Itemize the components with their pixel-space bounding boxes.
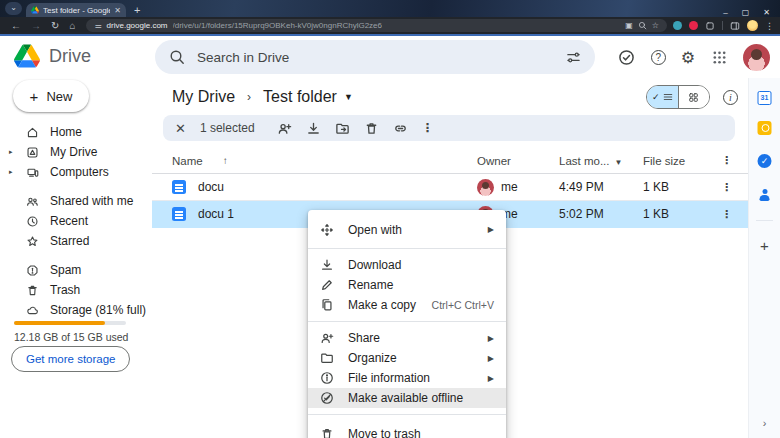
- grid-view-button[interactable]: [679, 86, 710, 108]
- submenu-arrow-icon: ▶: [488, 374, 494, 383]
- column-header-modified[interactable]: Last mo...▼: [559, 155, 643, 167]
- offline-status-icon[interactable]: [618, 48, 636, 66]
- menu-shortcut: Ctrl+C Ctrl+V: [432, 299, 494, 311]
- forward-icon[interactable]: →: [31, 20, 41, 31]
- address-bar[interactable]: ⚌ drive.google.com/drive/u/1/folders/15R…: [86, 19, 667, 32]
- contacts-button[interactable]: [757, 187, 772, 202]
- sidebar-item-computers[interactable]: ▸ Computers: [0, 162, 152, 182]
- extension-icon-2[interactable]: [689, 21, 698, 30]
- tab-search-button[interactable]: ⌄: [5, 2, 22, 15]
- zoom-icon[interactable]: [638, 21, 647, 30]
- tasks-button[interactable]: ✓: [757, 153, 772, 168]
- browser-menu-icon[interactable]: ⋮: [765, 21, 774, 31]
- storage-progress-bar: [14, 321, 126, 325]
- sidebar-item-trash[interactable]: Trash: [0, 280, 152, 300]
- sidebar-item-recent[interactable]: Recent: [0, 211, 152, 231]
- menu-item-label: Organize: [348, 351, 474, 365]
- get-addons-button[interactable]: +: [757, 238, 772, 253]
- reload-icon[interactable]: ↻: [51, 20, 59, 31]
- menu-item-organize[interactable]: Organize ▶: [308, 348, 506, 368]
- expand-arrow-icon[interactable]: ▸: [9, 148, 13, 156]
- sidebar-item-storage[interactable]: Storage (81% full): [0, 300, 152, 320]
- new-button[interactable]: + New: [13, 80, 89, 112]
- menu-item-make-available-offline[interactable]: Make available offline: [308, 388, 506, 408]
- view-toggle[interactable]: ✓: [646, 85, 710, 109]
- column-settings-icon[interactable]: ⋮: [721, 154, 748, 167]
- selection-count: 1 selected: [200, 121, 255, 135]
- storage-usage-text: 12.18 GB of 15 GB used: [14, 331, 128, 343]
- menu-item-download[interactable]: Download: [308, 255, 506, 275]
- storage-progress-fill: [14, 321, 105, 325]
- menu-divider: [308, 248, 506, 249]
- menu-item-open-with[interactable]: Open with ▶: [308, 217, 506, 242]
- new-tab-button[interactable]: +: [134, 4, 140, 16]
- get-more-storage-button[interactable]: Get more storage: [11, 346, 130, 372]
- sidebar-item-home[interactable]: Home: [0, 122, 152, 142]
- share-icon[interactable]: [277, 121, 292, 136]
- browser-profile-avatar[interactable]: [747, 20, 758, 31]
- file-row[interactable]: docu me 4:49 PM 1 KB ⋮: [152, 174, 748, 201]
- hide-panel-icon[interactable]: ›: [757, 415, 772, 430]
- details-info-icon[interactable]: i: [723, 90, 738, 105]
- reader-mode-icon[interactable]: ▣: [625, 21, 633, 30]
- plus-icon: +: [30, 88, 39, 105]
- sidebar-item-label: Home: [50, 125, 82, 139]
- menu-item-file-information[interactable]: File information ▶: [308, 368, 506, 388]
- google-side-panel: 31 ✓ + ›: [748, 78, 780, 438]
- sidebar-item-spam[interactable]: Spam: [0, 260, 152, 280]
- menu-item-rename[interactable]: Rename: [308, 275, 506, 295]
- menu-item-label: Make available offline: [348, 391, 494, 405]
- list-view-button[interactable]: ✓: [647, 86, 679, 108]
- help-icon[interactable]: ?: [651, 50, 666, 65]
- sidebar-item-label: Shared with me: [50, 194, 133, 208]
- download-icon[interactable]: [306, 121, 321, 136]
- breadcrumb-current[interactable]: Test folder: [263, 88, 337, 106]
- column-header-name[interactable]: Name: [172, 155, 203, 167]
- more-actions-icon[interactable]: ⋮: [422, 121, 434, 135]
- home-icon[interactable]: ⌂: [69, 20, 75, 31]
- row-more-icon[interactable]: ⋮: [721, 208, 748, 221]
- menu-item-label: Make a copy: [348, 298, 418, 312]
- file-size: 1 KB: [643, 180, 713, 194]
- settings-gear-icon[interactable]: ⚙: [681, 48, 695, 67]
- minimize-button[interactable]: –: [723, 8, 727, 17]
- close-button[interactable]: ✕: [763, 8, 770, 17]
- breadcrumb-parent[interactable]: My Drive: [172, 88, 235, 106]
- calendar-button[interactable]: 31: [757, 90, 772, 105]
- search-bar[interactable]: Search in Drive: [155, 40, 595, 74]
- sidebar-item-starred[interactable]: Starred: [0, 231, 152, 251]
- menu-item-share[interactable]: Share ▶: [308, 328, 506, 348]
- account-avatar[interactable]: [743, 44, 770, 71]
- sidebar-item-my-drive[interactable]: ▸ My Drive: [0, 142, 152, 162]
- tab-close-icon[interactable]: ✕: [114, 6, 121, 15]
- move-to-folder-icon[interactable]: [335, 121, 350, 136]
- keep-button[interactable]: [757, 120, 772, 135]
- sidebar-item-shared-with-me[interactable]: Shared with me: [0, 191, 152, 211]
- side-panel-icon[interactable]: [730, 21, 740, 31]
- drive-logo[interactable]: Drive: [14, 44, 91, 68]
- google-apps-grid-icon[interactable]: [710, 48, 728, 66]
- trash-icon[interactable]: [364, 121, 379, 136]
- menu-divider: [308, 321, 506, 322]
- search-options-icon[interactable]: [566, 50, 581, 65]
- sidebar-item-label: Spam: [50, 263, 81, 277]
- clear-selection-icon[interactable]: ✕: [175, 121, 186, 136]
- row-more-icon[interactable]: ⋮: [721, 181, 748, 194]
- back-icon[interactable]: ←: [11, 20, 21, 31]
- maximize-button[interactable]: ▢: [742, 8, 750, 17]
- menu-item-make-a-copy[interactable]: Make a copy Ctrl+C Ctrl+V: [308, 295, 506, 315]
- menu-item-move-to-trash[interactable]: Move to trash: [308, 421, 506, 438]
- column-header-owner[interactable]: Owner: [477, 155, 559, 167]
- browser-tab[interactable]: Test folder - Google Drive ✕: [26, 3, 126, 17]
- divider: [722, 21, 723, 30]
- site-info-icon[interactable]: ⚌: [94, 21, 101, 30]
- extension-icon-1[interactable]: [673, 21, 682, 30]
- bookmark-star-icon[interactable]: ☆: [652, 21, 659, 30]
- column-header-size[interactable]: File size: [643, 155, 713, 167]
- copy-link-icon[interactable]: [393, 121, 408, 136]
- extensions-puzzle-icon[interactable]: [705, 21, 715, 31]
- sort-ascending-icon[interactable]: ↑: [223, 155, 228, 166]
- folder-menu-caret-icon[interactable]: ▼: [344, 92, 353, 102]
- expand-arrow-icon[interactable]: ▸: [9, 168, 13, 176]
- open-with-icon: [320, 223, 334, 237]
